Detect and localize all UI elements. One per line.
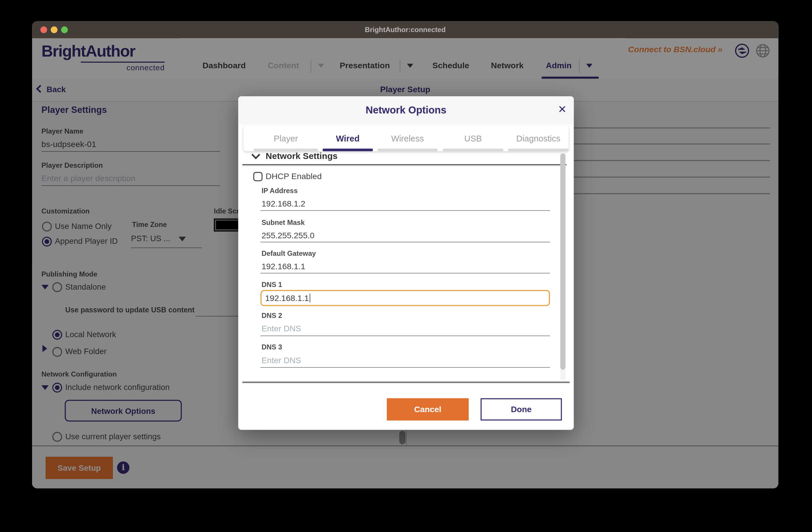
subnet-mask-label: Subnet Mask [262, 218, 305, 226]
tab-wireless[interactable]: Wireless [377, 131, 437, 145]
tab-underline [254, 149, 318, 152]
text-cursor [309, 294, 310, 302]
dhcp-checkbox[interactable] [253, 172, 262, 181]
desktop: BrightAuthor:connected BrightAuthor conn… [0, 0, 812, 532]
tab-wired[interactable]: Wired [323, 131, 373, 145]
minimize-window-button[interactable] [51, 27, 57, 33]
done-button[interactable]: Done [481, 398, 562, 420]
tab-underline [508, 149, 569, 152]
dns1-label: DNS 1 [262, 281, 282, 288]
input-underline [260, 367, 550, 368]
input-underline [260, 336, 550, 336]
ip-address-label: IP Address [262, 187, 298, 195]
section-divider [242, 164, 566, 166]
tab-diagnostics[interactable]: Diagnostics [508, 131, 569, 145]
window-title: BrightAuthor:connected [365, 26, 446, 34]
default-gateway-input[interactable]: 192.168.1.1 [262, 262, 305, 271]
tab-underline [443, 149, 504, 152]
dns2-label: DNS 2 [262, 312, 282, 320]
dhcp-label: DHCP Enabled [266, 172, 322, 181]
subnet-mask-input[interactable]: 255.255.255.0 [262, 231, 315, 240]
titlebar: BrightAuthor:connected [32, 21, 779, 39]
modal-title: Network Options [238, 104, 574, 116]
section-collapse-icon[interactable] [251, 150, 260, 159]
modal-scrollbar-track[interactable] [560, 152, 566, 380]
dns3-input[interactable]: Enter DNS [262, 356, 301, 365]
tab-underline [377, 149, 437, 152]
dns1-value: 192.168.1.1 [265, 294, 309, 302]
default-gateway-label: Default Gateway [262, 250, 316, 258]
ip-address-input[interactable]: 192.168.1.2 [262, 200, 305, 209]
input-underline [260, 242, 550, 242]
close-window-button[interactable] [40, 27, 47, 33]
network-settings-heading: Network Settings [266, 151, 338, 162]
input-underline [260, 210, 550, 211]
dns2-input[interactable]: Enter DNS [262, 324, 301, 333]
tab-underline-active [323, 149, 373, 152]
cancel-button[interactable]: Cancel [387, 398, 469, 420]
dns1-input-focused[interactable]: 192.168.1.1 [260, 290, 550, 306]
network-options-modal: Network Options ✕ Player Wired Wireless … [238, 96, 574, 430]
zoom-window-button[interactable] [61, 27, 68, 33]
input-underline [260, 273, 550, 274]
modal-scrollbar-thumb[interactable] [560, 154, 566, 370]
tab-player[interactable]: Player [254, 131, 318, 145]
modal-tabs: Player Wired Wireless USB Diagnostics [243, 126, 568, 152]
scroll-area-bottom-divider [242, 382, 570, 383]
app-window: BrightAuthor:connected BrightAuthor conn… [32, 21, 779, 489]
tab-usb[interactable]: USB [443, 131, 504, 145]
close-icon[interactable]: ✕ [558, 103, 567, 115]
dns3-label: DNS 3 [262, 343, 282, 351]
